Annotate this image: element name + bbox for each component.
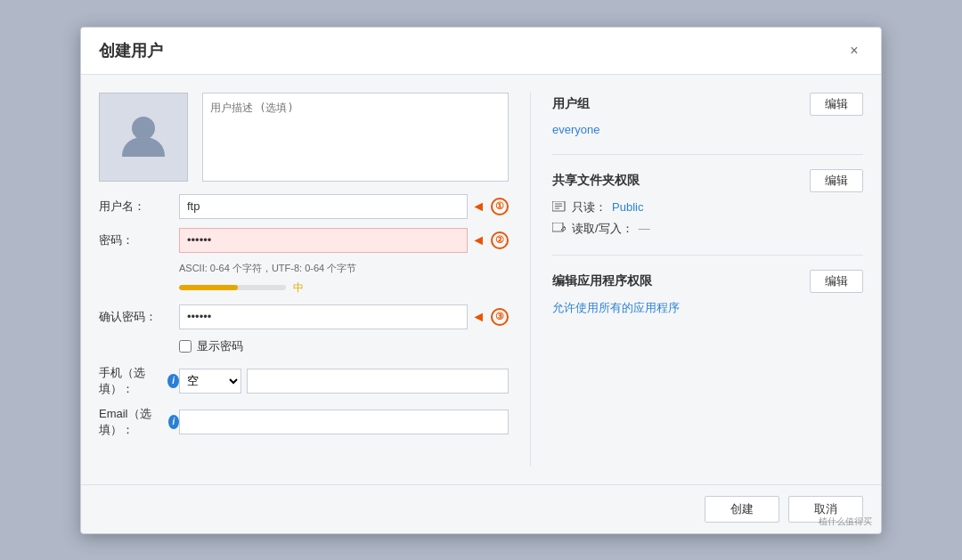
confirm-password-input[interactable] (179, 304, 468, 329)
readonly-value: Public (612, 200, 643, 214)
readonly-label: 只读： (572, 199, 607, 215)
email-row: Email（选填）： i (99, 406, 509, 438)
create-user-dialog: 创建用户 × 用户名： ◄ ① (80, 27, 882, 534)
confirm-password-row: 确认密码： ◄ ③ (99, 304, 509, 329)
phone-select-wrap: 空 (179, 369, 509, 394)
phone-number-input[interactable] (247, 369, 509, 394)
folder-perm-header: 共享文件夹权限 编辑 (552, 169, 863, 192)
user-group-edit-button[interactable]: 编辑 (810, 93, 863, 116)
left-panel: 用户名： ◄ ① 密码： ◄ ② ASCII: 0-64 个字符，UTF-8: … (99, 93, 509, 467)
show-password-checkbox[interactable] (179, 340, 192, 353)
readwrite-row: 读取/写入： — (552, 221, 863, 237)
username-row: 用户名： ◄ ① (99, 194, 509, 219)
app-perm-value: 允许使用所有的应用程序 (552, 300, 863, 316)
annotation-1: ① (491, 198, 509, 215)
user-group-value: everyone (552, 123, 863, 136)
user-info-top (99, 93, 509, 182)
arrow-2: ◄ (471, 232, 485, 248)
app-perm-section: 编辑应用程序权限 编辑 允许使用所有的应用程序 (552, 270, 863, 316)
phone-country-select[interactable]: 空 (179, 369, 241, 394)
dialog-body: 用户名： ◄ ① 密码： ◄ ② ASCII: 0-64 个字符，UTF-8: … (81, 75, 881, 484)
annotation-2: ② (491, 231, 509, 249)
email-info-icon[interactable]: i (168, 415, 179, 429)
confirm-label: 确认密码： (99, 309, 179, 325)
dialog-footer: 创建 取消 (81, 484, 881, 533)
dialog-header: 创建用户 × (81, 28, 881, 75)
folder-perm-title: 共享文件夹权限 (552, 173, 640, 189)
app-perm-title: 编辑应用程序权限 (552, 273, 652, 289)
vertical-divider (530, 93, 531, 467)
readonly-row: 只读： Public (552, 199, 863, 215)
show-password-label: 显示密码 (197, 338, 243, 354)
folder-perm-section: 共享文件夹权限 编辑 只读： Public (552, 169, 863, 237)
avatar-box (99, 93, 188, 182)
password-row: 密码： ◄ ② (99, 228, 509, 253)
app-perm-edit-button[interactable]: 编辑 (810, 270, 863, 293)
app-perm-header: 编辑应用程序权限 编辑 (552, 270, 863, 293)
readonly-icon (552, 201, 567, 214)
watermark: 植什么值得买 (819, 515, 872, 528)
readwrite-value: — (639, 222, 650, 235)
svg-point-0 (132, 117, 155, 140)
user-group-section: 用户组 编辑 everyone (552, 93, 863, 136)
strength-bar (179, 285, 286, 290)
close-button[interactable]: × (845, 42, 863, 60)
show-password-row: 显示密码 (179, 338, 509, 354)
arrow-3: ◄ (471, 309, 485, 325)
readwrite-label: 读取/写入： (572, 221, 633, 237)
avatar-icon (115, 109, 172, 166)
annotation-3: ③ (491, 308, 509, 326)
strength-bar-container: 中 (179, 280, 509, 296)
phone-row: 手机（选填）： i 空 (99, 365, 509, 397)
strength-fill (179, 285, 238, 290)
username-label: 用户名： (99, 199, 179, 215)
username-input[interactable] (179, 194, 468, 219)
strength-label: 中 (293, 280, 304, 296)
divider-2 (552, 255, 863, 256)
phone-info-icon[interactable]: i (167, 374, 179, 388)
description-textarea[interactable] (202, 93, 509, 182)
password-label: 密码： (99, 232, 179, 248)
readwrite-icon (552, 223, 567, 235)
create-button[interactable]: 创建 (705, 496, 779, 523)
phone-label: 手机（选填）： i (99, 365, 179, 397)
dialog-title: 创建用户 (99, 40, 163, 61)
right-panel: 用户组 编辑 everyone 共享文件夹权限 编辑 (552, 93, 863, 467)
folder-perm-edit-button[interactable]: 编辑 (810, 169, 863, 192)
arrow-1: ◄ (471, 199, 485, 215)
email-input[interactable] (179, 410, 509, 434)
divider-1 (552, 154, 863, 155)
user-group-header: 用户组 编辑 (552, 93, 863, 116)
password-input[interactable] (179, 228, 468, 253)
password-hint: ASCII: 0-64 个字符，UTF-8: 0-64 个字节 (179, 262, 509, 275)
user-group-title: 用户组 (552, 96, 590, 112)
email-label: Email（选填）： i (99, 406, 179, 438)
